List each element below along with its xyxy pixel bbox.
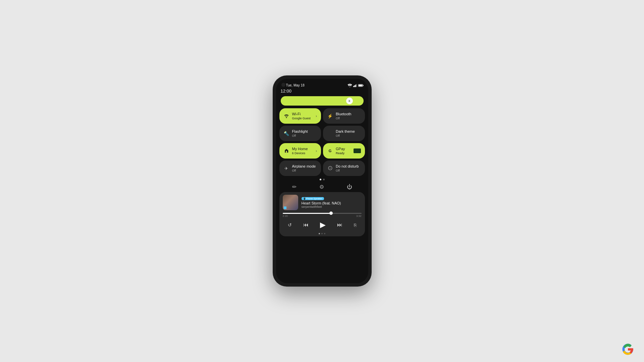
gpay-tile-title: GPay <box>336 147 351 151</box>
wifi-tile-arrow: › <box>316 114 317 118</box>
gpay-card-icon <box>354 148 361 153</box>
wifi-tile[interactable]: Wi-Fi Google Guest › <box>279 108 321 124</box>
progress-bar[interactable] <box>283 213 362 214</box>
prev-button[interactable]: ⏮ <box>302 221 310 229</box>
media-title: Heart Storm (feat. NAO) <box>302 201 362 205</box>
media-dot-1 <box>319 233 320 234</box>
dnd-tile-title: Do not disturb <box>336 164 361 169</box>
time-current: 2:20 <box>283 215 288 218</box>
dnd-tile-icon <box>327 166 333 171</box>
svg-rect-2 <box>355 84 356 87</box>
flashlight-tile-subtitle: Off <box>292 134 317 137</box>
gpay-tile-text: GPay Ready <box>336 147 351 155</box>
status-icons <box>347 84 364 87</box>
media-info: 📱 Phone Speaker Heart Storm (feat. NAO) … <box>302 195 362 208</box>
brightness-thumb: ☀ <box>346 98 353 104</box>
next-button[interactable]: ⏭ <box>336 221 343 229</box>
flashlight-tile-icon: 🔦 <box>283 131 289 136</box>
media-dot-3 <box>324 233 325 234</box>
my-home-tile[interactable]: My Home 6 Devices › <box>279 143 321 159</box>
svg-rect-3 <box>356 84 357 87</box>
dark-theme-tile-title: Dark theme <box>336 129 361 134</box>
phone-screen: Tue, May 18 <box>276 79 368 283</box>
gpay-tile[interactable]: G GPay Ready <box>323 143 365 159</box>
brightness-icon: ☀ <box>348 99 351 103</box>
page-background: Tue, May 18 <box>0 0 644 362</box>
album-art <box>283 195 298 210</box>
airplane-tile[interactable]: ✈ Airplane mode Off <box>279 161 321 176</box>
flashlight-tile[interactable]: 🔦 Flashlight Off <box>279 126 321 141</box>
status-bar: Tue, May 18 <box>276 79 368 88</box>
my-home-tile-text: My Home 6 Devices <box>292 147 313 155</box>
flashlight-tile-text: Flashlight Off <box>292 129 317 137</box>
time-row: 12:00 <box>276 88 368 94</box>
media-player-card: 📱 Phone Speaker Heart Storm (feat. NAO) … <box>279 192 365 236</box>
my-home-tile-title: My Home <box>292 147 313 151</box>
dark-theme-tile-subtitle: Off <box>336 134 361 137</box>
dark-theme-tile[interactable]: Dark theme Off <box>323 126 365 141</box>
wifi-tile-title: Wi-Fi <box>292 112 313 116</box>
bluetooth-tile-title: Bluetooth <box>336 112 361 116</box>
media-dots <box>279 233 365 236</box>
flashlight-tile-title: Flashlight <box>292 129 317 134</box>
phone-device: Tue, May 18 <box>273 75 372 287</box>
page-dots <box>276 176 368 182</box>
power-icon[interactable]: ⏻ <box>347 184 352 190</box>
wifi-tile-subtitle: Google Guest <box>292 117 313 120</box>
clock-time: 12:00 <box>281 88 292 94</box>
brightness-row[interactable]: ☀ <box>276 96 368 106</box>
media-controls: ↺ ⏮ ▶ ⏭ ⎘ <box>279 218 365 233</box>
album-art-dot <box>284 206 286 209</box>
wifi-status-icon <box>347 84 352 87</box>
my-home-tile-arrow: › <box>316 149 317 153</box>
wifi-tile-icon <box>283 113 289 119</box>
dot-1 <box>320 179 321 180</box>
svg-rect-0 <box>353 86 354 87</box>
progress-fill <box>283 213 332 214</box>
media-header: 📱 Phone Speaker Heart Storm (feat. NAO) … <box>279 192 365 212</box>
airplane-tile-title: Airplane mode <box>292 164 317 169</box>
airplane-tile-text: Airplane mode Off <box>292 164 317 172</box>
time-total: 3:32 <box>356 215 362 218</box>
media-badge-label: Phone Speaker <box>306 197 322 200</box>
gpay-tile-subtitle: Ready <box>336 152 351 155</box>
play-pause-button[interactable]: ▶ <box>319 220 327 230</box>
signal-icon <box>353 84 357 87</box>
svg-rect-5 <box>363 85 363 86</box>
dnd-tile-text: Do not disturb Off <box>336 164 361 172</box>
brightness-slider[interactable]: ☀ <box>281 96 364 106</box>
google-logo <box>622 343 634 355</box>
airplane-tile-icon: ✈ <box>283 166 289 171</box>
my-home-tile-subtitle: 6 Devices <box>292 152 313 155</box>
settings-icon[interactable]: ⚙ <box>319 184 324 190</box>
media-badge: 📱 Phone Speaker <box>302 197 324 200</box>
replay-button[interactable]: ↺ <box>287 221 293 229</box>
wifi-tile-text: Wi-Fi Google Guest <box>292 112 313 120</box>
bluetooth-tile-text: Bluetooth Off <box>336 112 361 120</box>
battery-icon <box>358 84 364 87</box>
media-dot-2 <box>321 233 323 234</box>
camera-hole <box>281 83 285 87</box>
cast-button[interactable]: ⎘ <box>353 222 358 229</box>
edit-icon[interactable]: ✏ <box>292 184 297 190</box>
dark-theme-tile-text: Dark theme Off <box>336 129 361 137</box>
bluetooth-tile[interactable]: ⚡ Bluetooth Off <box>323 108 365 124</box>
airplane-tile-subtitle: Off <box>292 169 317 172</box>
quick-tiles-grid: Wi-Fi Google Guest › ⚡ Bluetooth Off 🔦 <box>276 108 368 176</box>
svg-rect-1 <box>354 85 355 87</box>
bottom-toolbar: ✏ ⚙ ⏻ <box>276 182 368 192</box>
time-labels: 2:20 3:32 <box>283 215 362 218</box>
my-home-tile-icon <box>283 148 289 154</box>
dnd-tile[interactable]: Do not disturb Off <box>323 161 365 176</box>
gpay-tile-icon: G <box>327 149 333 153</box>
phone-speaker-icon: 📱 <box>303 197 306 200</box>
svg-point-7 <box>286 117 287 118</box>
bluetooth-tile-subtitle: Off <box>336 117 361 120</box>
svg-rect-6 <box>359 84 362 86</box>
progress-row[interactable]: 2:20 3:32 <box>279 212 365 218</box>
media-artist: serpentwithfeet <box>302 205 362 208</box>
dot-2 <box>323 179 325 180</box>
dark-theme-tile-icon <box>327 131 333 136</box>
dnd-tile-subtitle: Off <box>336 169 361 172</box>
status-date: Tue, May 18 <box>286 83 305 87</box>
